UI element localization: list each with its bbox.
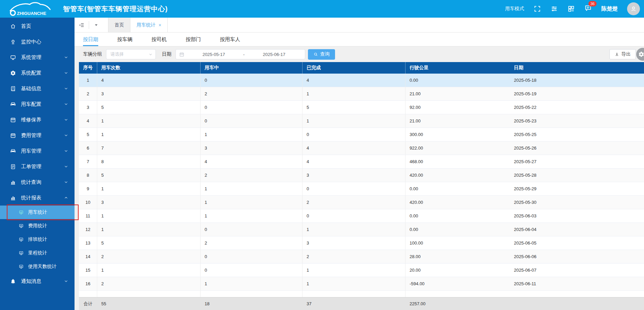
table-cell: 0 <box>201 223 303 236</box>
column-header[interactable]: 日期 <box>510 62 644 74</box>
sidebar-item[interactable]: 工单管理 <box>0 159 75 174</box>
filter-bar: 车辆分组 请选择 日期 2025-05-17 - 2025-06-17 查询 导… <box>75 46 644 62</box>
sidebar-item[interactable]: 费用管理 <box>0 128 75 143</box>
tabs-dropdown-button[interactable] <box>89 18 103 32</box>
table-row[interactable]: 350592.002025-05-22 <box>79 101 644 114</box>
table-row[interactable]: 91100.002025-05-29 <box>79 182 644 196</box>
fullscreen-icon[interactable] <box>534 5 541 13</box>
subtab[interactable]: 按车辆 <box>117 33 132 46</box>
table-row[interactable]: 8523420.002025-05-28 <box>79 169 644 182</box>
table-row[interactable]: 6734922.002025-05-26 <box>79 141 644 155</box>
subtab[interactable]: 按日期 <box>83 33 98 46</box>
table-cell: 21.00 <box>406 114 510 128</box>
sidebar-subitem[interactable]: 用车统计 <box>0 206 75 219</box>
table-cell: 468.00 <box>406 155 510 168</box>
table-cell: 5 <box>97 236 201 250</box>
table-row[interactable]: 1510120.002025-06-07 <box>79 264 644 277</box>
chevron-down-icon <box>64 71 68 75</box>
table-cell: 21.00 <box>406 87 510 100</box>
book-icon <box>10 86 16 92</box>
column-header[interactable]: 用车中 <box>201 62 303 74</box>
sidebar-item[interactable]: 统计查询 <box>0 174 75 190</box>
vehicle-group-select[interactable]: 请选择 <box>106 49 156 59</box>
sidebar-item[interactable]: 统计报表 <box>0 190 75 206</box>
sidebar-item[interactable]: 系统管理 <box>0 50 75 65</box>
sidebar-item[interactable]: 首页 <box>0 18 75 34</box>
summary-row: 合计5518372257.00 <box>79 297 644 310</box>
table-row[interactable]: 232121.002025-05-19 <box>79 87 644 101</box>
gear-icon <box>638 51 644 57</box>
sidebar-subitem[interactable]: 里程统计 <box>0 246 75 260</box>
sliders-icon[interactable] <box>550 5 558 13</box>
table-cell: 2025-05-27 <box>510 155 644 168</box>
subtab[interactable]: 按用车人 <box>220 33 240 46</box>
table-row[interactable]: 410121.002025-05-23 <box>79 114 644 128</box>
export-button-label: 导出 <box>621 51 631 57</box>
table-cell: 1 <box>201 209 303 222</box>
column-header[interactable]: 用车次数 <box>97 62 201 74</box>
table-row[interactable]: 13523100.002025-06-05 <box>79 236 644 250</box>
sidebar-item[interactable]: 系统配置 <box>0 65 75 81</box>
table-row[interactable]: 10312420.002025-05-30 <box>79 196 644 209</box>
subtab-bar: 按日期按车辆按司机按部门按用车人 <box>75 33 644 46</box>
date-start-value[interactable]: 2025-05-17 <box>186 52 241 57</box>
messages-button[interactable]: 36 <box>584 4 592 13</box>
sidebar-item[interactable]: 通知消息 <box>0 273 75 289</box>
export-button[interactable]: 导出 <box>609 49 636 59</box>
table-cell: 1 <box>201 277 303 290</box>
table-cell: 15 <box>79 264 97 277</box>
date-range-picker[interactable]: 2025-05-17 - 2025-06-17 <box>175 49 305 59</box>
chart-icon <box>10 179 16 185</box>
sidebar-item[interactable]: 监控中心 <box>0 34 75 50</box>
table-row[interactable]: 1420228.002025-06-06 <box>79 250 644 264</box>
table-cell: 4 <box>303 155 406 168</box>
table-cell: 0 <box>201 101 303 114</box>
sidebar-item-label: 维修保养 <box>21 117 64 123</box>
vehicle-mode-link[interactable]: 用车模式 <box>505 6 524 12</box>
username: 陈楚楚 <box>601 5 618 13</box>
table-cell: 1 <box>97 128 201 141</box>
collapse-sidebar-button[interactable] <box>75 18 89 32</box>
table-row[interactable]: 7844468.002025-05-27 <box>79 155 644 169</box>
sidebar-item[interactable]: 基础信息 <box>0 81 75 96</box>
sidebar-subitem[interactable]: 费用统计 <box>0 219 75 233</box>
qrcode-icon[interactable] <box>567 5 575 13</box>
sidebar-item[interactable]: 用车配置 <box>0 96 75 112</box>
query-button[interactable]: 查询 <box>308 49 335 60</box>
table-row[interactable]: 16211-594.002025-06-11 <box>79 277 644 291</box>
chartdoc-icon <box>19 224 24 229</box>
subtab[interactable]: 按司机 <box>151 33 167 46</box>
sidebar-nav: 首页 监控中心 系统管理 系统配置 基础信息 用车配置 维修保养 费用管理 用车… <box>0 18 75 289</box>
sidebar-item[interactable]: 维修保养 <box>0 112 75 128</box>
table-row[interactable]: 121010.002025-06-04 <box>79 223 644 236</box>
chevron-down-icon <box>64 133 68 138</box>
date-end-value[interactable]: 2025-06-17 <box>247 52 302 57</box>
table-cell: 2025-06-04 <box>510 223 644 236</box>
sidebar-item[interactable]: 用车管理 <box>0 143 75 159</box>
home-icon <box>10 23 16 29</box>
column-header[interactable]: 行驶公里 <box>406 62 510 74</box>
table-cell: 7 <box>79 155 97 168</box>
table-cell: 1 <box>79 74 97 87</box>
summary-cell: 18 <box>201 297 303 310</box>
summary-cell <box>510 297 644 310</box>
avatar[interactable] <box>627 2 640 15</box>
sidebar-subitem[interactable]: 使用天数统计 <box>0 260 75 273</box>
chartdoc-icon <box>19 264 24 269</box>
table-row[interactable]: 111100.002025-06-03 <box>79 209 644 223</box>
subtab[interactable]: 按部门 <box>186 33 201 46</box>
table-body[interactable]: 14040.002025-05-18232121.002025-05-19350… <box>79 74 644 297</box>
table-cell: 2025-05-18 <box>510 74 644 87</box>
table-cell: 4 <box>201 155 303 168</box>
table-row[interactable]: 14040.002025-05-18 <box>79 74 644 87</box>
tab-vehicle-stats[interactable]: 用车统计 × <box>130 18 168 32</box>
tab-home[interactable]: 首页 <box>108 18 130 32</box>
table-row[interactable]: 5110300.002025-05-25 <box>79 128 644 141</box>
sidebar-subitem[interactable]: 排班统计 <box>0 233 75 246</box>
top-bar: ZHIGUANCHE 智管车(智管车车辆管理运营中心) 用车模式 36 陈楚楚 <box>0 0 644 18</box>
close-tab-icon[interactable]: × <box>159 23 161 27</box>
column-header[interactable]: 序号 <box>79 62 97 74</box>
table-cell: 2025-06-07 <box>510 264 644 277</box>
cal-icon <box>10 117 16 123</box>
column-header[interactable]: 已完成 <box>303 62 406 74</box>
